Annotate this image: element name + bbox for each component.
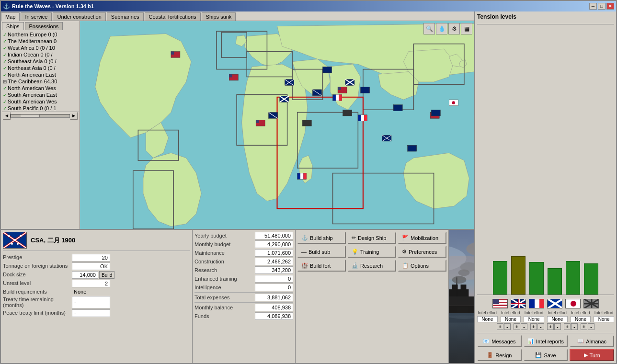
build-dock-button[interactable]: Build xyxy=(99,271,114,279)
sidebar-item-label: Southeast Asia 0 (0 / xyxy=(8,58,57,64)
zoom-in-button[interactable]: 🔍 xyxy=(423,23,435,34)
sub-tab-possessions[interactable]: Possessions xyxy=(25,22,63,30)
dock-value[interactable] xyxy=(72,271,98,279)
intel-plus-4[interactable]: + xyxy=(547,323,554,330)
grid-button[interactable]: ▦ xyxy=(461,23,472,34)
almanac-button[interactable]: 📖 Almanac xyxy=(570,335,614,347)
build-sub-button[interactable]: — Build sub xyxy=(297,246,346,258)
intel-label-1: Intel effort xyxy=(477,310,498,315)
intel-plus-6[interactable]: + xyxy=(581,323,587,330)
flag-uk xyxy=(511,299,526,308)
intel-minus-2[interactable]: - xyxy=(521,323,527,330)
svg-rect-71 xyxy=(449,296,474,306)
yearly-label: Yearly budget xyxy=(194,233,227,239)
intel-plus-1[interactable]: + xyxy=(497,323,503,330)
list-item[interactable]: ✓ South Pacific 0 (0 / 1 xyxy=(2,105,79,112)
build-ship-button[interactable]: ⚓ Build ship xyxy=(297,232,346,244)
research-button[interactable]: 🔬 Research xyxy=(348,260,396,272)
nation-name: CSA, 二月 1900 xyxy=(31,236,75,245)
right-panel: Tension levels xyxy=(475,11,616,363)
construction-label: Construction xyxy=(194,259,224,264)
scroll-right-arrow[interactable]: ▶ xyxy=(70,112,78,120)
tab-submarines[interactable]: Submarines xyxy=(107,12,144,21)
messages-button[interactable]: 📧 Messages xyxy=(477,335,522,347)
sidebar-item-label: South American East xyxy=(8,92,57,98)
main-tabs: Map In service Under construction Submar… xyxy=(1,11,474,21)
flag-scotland xyxy=(547,299,562,308)
total-value[interactable] xyxy=(255,294,293,301)
scroll-thumb[interactable] xyxy=(21,114,40,117)
intel-plus-3[interactable]: + xyxy=(530,323,537,330)
list-item[interactable]: ⊞ The Caribbean 64.30 xyxy=(2,78,79,85)
save-button[interactable]: 💾 Save xyxy=(524,349,568,361)
build-fort-button[interactable]: 🏰 Build fort xyxy=(297,260,346,272)
options-button[interactable]: 📋 Options xyxy=(398,260,446,272)
funds-value[interactable] xyxy=(255,312,293,320)
preferences-button[interactable]: ⚙ Preferences xyxy=(398,246,446,258)
maintenance-value[interactable] xyxy=(255,249,293,257)
svg-rect-54 xyxy=(302,120,311,126)
tonnage-label: Tonnage on foreign stations xyxy=(3,262,70,270)
enhanced-value[interactable] xyxy=(255,275,293,283)
intel-minus-5[interactable]: - xyxy=(571,323,578,330)
divider xyxy=(194,302,293,303)
total-label: Total expenses xyxy=(194,295,229,300)
intel-minus-1[interactable]: - xyxy=(504,323,511,330)
check-icon: ✓ xyxy=(3,32,7,37)
list-item[interactable]: ✓ South American East xyxy=(2,91,79,98)
tonnage-value[interactable] xyxy=(72,262,110,270)
turn-button[interactable]: ▶ Turn xyxy=(570,349,614,361)
svg-rect-82 xyxy=(493,306,507,307)
list-item[interactable]: ✓ North American East xyxy=(2,71,79,78)
sub-tab-ships[interactable]: Ships xyxy=(2,22,24,30)
list-item[interactable]: ✓ West Africa 0 (0 / 10 xyxy=(2,45,79,51)
unrest-value[interactable] xyxy=(72,280,110,287)
tab-ships-sunk[interactable]: Ships sunk xyxy=(202,12,236,21)
intel-val-4: None xyxy=(547,316,568,322)
intel-minus-6[interactable]: - xyxy=(588,323,594,330)
list-item[interactable]: ✓ Northeast Asia 0 (0 / xyxy=(2,65,79,71)
scrollbar[interactable]: ◀ ▶ xyxy=(2,112,79,119)
list-item[interactable]: ✓ Indian Ocean 0 (0 / xyxy=(2,51,79,58)
maximize-button[interactable]: □ xyxy=(598,3,606,10)
monthly-value[interactable] xyxy=(255,240,293,248)
list-item[interactable]: ✓ The Mediterranean 0 xyxy=(2,38,79,45)
intel-minus-3[interactable]: - xyxy=(537,323,544,330)
yearly-budget-row: Yearly budget xyxy=(194,232,293,239)
droplet-button[interactable]: 💧 xyxy=(436,23,447,34)
resign-button[interactable]: 🚪 Resign xyxy=(477,349,522,361)
scroll-left-arrow[interactable]: ◀ xyxy=(3,112,11,120)
svg-point-76 xyxy=(452,276,467,284)
svg-rect-15 xyxy=(229,74,232,77)
design-ship-button[interactable]: ✏ Design Ship xyxy=(348,232,396,244)
intel-reports-button[interactable]: 📊 Intel reports xyxy=(524,335,568,347)
list-item[interactable]: ✓ Northern Europe 0 (0 xyxy=(2,31,79,38)
intel-minus-4[interactable]: - xyxy=(554,323,561,330)
close-button[interactable]: ✕ xyxy=(606,3,614,10)
tab-coastal[interactable]: Coastal fortifications xyxy=(145,12,201,21)
research-value[interactable] xyxy=(255,266,293,274)
map-container[interactable]: 🔍 💧 ⚙ ▦ xyxy=(80,21,474,229)
list-item[interactable]: ✓ South American Wes xyxy=(2,98,79,105)
settings-button[interactable]: ⚙ xyxy=(448,23,460,34)
training-button[interactable]: 💡 Training xyxy=(348,246,396,258)
tab-under-construction[interactable]: Under construction xyxy=(53,12,105,21)
intel-plus-5[interactable]: + xyxy=(564,323,571,330)
window-title: Rule the Waves - Version 1.34 b1 xyxy=(12,3,94,9)
list-item[interactable]: ✓ Southeast Asia 0 (0 / xyxy=(2,58,79,65)
scroll-track[interactable] xyxy=(11,114,70,118)
tab-map[interactable]: Map xyxy=(1,12,20,21)
mobilization-button[interactable]: 🚩 Mobilization xyxy=(398,232,446,244)
treaty-value[interactable] xyxy=(72,296,110,308)
list-item[interactable]: ✓ North American Wes xyxy=(2,85,79,91)
intel-plus-2[interactable]: + xyxy=(514,323,520,330)
tab-in-service[interactable]: In service xyxy=(21,12,52,21)
minimize-button[interactable]: ─ xyxy=(589,3,597,10)
tension-bar-value xyxy=(548,268,562,295)
prestige-value[interactable] xyxy=(72,254,110,262)
balance-value[interactable] xyxy=(255,304,293,311)
peace-value[interactable] xyxy=(72,309,110,317)
yearly-value[interactable] xyxy=(255,232,293,239)
intelligence-value[interactable] xyxy=(255,284,293,291)
construction-value[interactable] xyxy=(255,258,293,265)
